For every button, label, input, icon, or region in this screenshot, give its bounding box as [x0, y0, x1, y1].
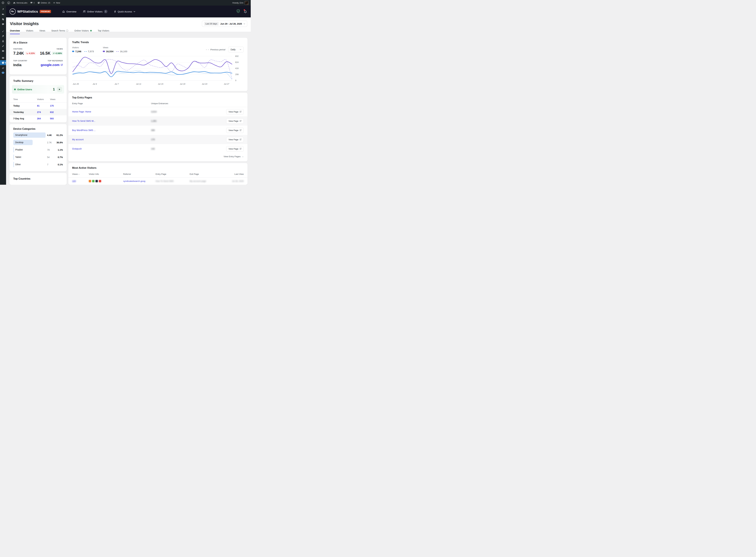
- col-views-sort[interactable]: Views ↓: [72, 173, 89, 175]
- col-visitor-info: Visitor Info: [89, 173, 123, 175]
- sidebar-item-plugins[interactable]: [0, 34, 6, 38]
- 7day-visitors-link[interactable]: 264: [37, 117, 50, 120]
- external-link-icon: [240, 120, 242, 122]
- comments-indicator[interactable]: 0: [30, 2, 34, 4]
- user-icon: [2, 40, 4, 42]
- blue-dashed-swatch: [84, 51, 87, 52]
- sidebar-item-wp-statistics[interactable]: [0, 60, 6, 65]
- pushpin-icon: [2, 8, 4, 11]
- wps-brand[interactable]: WPStatistics PREMIUM: [9, 8, 51, 14]
- nav-overview[interactable]: Overview: [62, 10, 77, 13]
- view-entry-pages-link[interactable]: View Entry Pages →: [224, 155, 244, 158]
- online-users-row: Online Users 1: [12, 85, 64, 94]
- country-flag-icon: [89, 180, 91, 182]
- device-row-smartphone[interactable]: Smartphone 4.4K 61.2%: [13, 133, 63, 138]
- avatar[interactable]: [245, 1, 249, 5]
- device-row-tablet[interactable]: Tablet 54 0.7%: [13, 154, 63, 160]
- notifications-bell-icon[interactable]: [244, 9, 247, 13]
- views-value: 16.5K: [40, 51, 51, 56]
- tab-visitors[interactable]: Visitors: [26, 29, 33, 34]
- date-range-picker[interactable]: Last 30 days Jun 29 - Jul 28, 2025: [202, 21, 247, 27]
- nav-online-visitors[interactable]: Online Visitors 1: [83, 10, 108, 13]
- sidebar-item-settings[interactable]: [0, 49, 6, 53]
- wordpress-logo-icon[interactable]: [7, 1, 10, 4]
- legend-views-current[interactable]: 16,534: [103, 50, 113, 53]
- sidebar-item-mail[interactable]: [0, 55, 6, 60]
- today-visitors-link[interactable]: 81: [37, 105, 50, 107]
- dashed-line-glyph: - -: [206, 49, 209, 51]
- entry-page-link[interactable]: My account: [72, 138, 151, 141]
- view-page-button[interactable]: View Page: [226, 109, 244, 114]
- entrances-value-blurred: 3,014: [151, 110, 226, 113]
- device-row-other[interactable]: Other 7 0.1%: [13, 162, 63, 167]
- view-page-button[interactable]: View Page: [226, 137, 244, 142]
- nav-quick-access[interactable]: Quick Access: [114, 10, 135, 13]
- license-shield-icon[interactable]: [236, 9, 240, 14]
- legend-visitors-current[interactable]: 7,246: [72, 50, 81, 53]
- tab-overview[interactable]: Overview: [10, 29, 20, 34]
- visitors-change-badge: ↘ -4.32%: [25, 52, 36, 55]
- entry-page-link[interactable]: Home Page: Home: [72, 110, 151, 113]
- svg-text:Jun 29: Jun 29: [73, 83, 79, 85]
- tab-search-terms[interactable]: Search Termsi: [51, 29, 68, 34]
- wp-statistics-dashboard: VeronaLabs 0 Online: 15 New Howdy, Erin: [0, 0, 251, 185]
- settings-box-icon: [2, 50, 4, 52]
- entry-page-link[interactable]: Buy WordPress SMS ...: [72, 129, 151, 131]
- entry-page-link[interactable]: How To Send SMS W...: [72, 120, 151, 122]
- date-range-chip: Last 30 days: [204, 22, 219, 26]
- top-entry-pages-card: Top Entry Pages Entry Page Unique Entran…: [68, 93, 248, 162]
- sidebar-item-video[interactable]: [0, 70, 6, 75]
- svg-text:208: 208: [235, 74, 239, 76]
- home-icon: [13, 2, 16, 4]
- traffic-trends-chart[interactable]: 8326244162080Jun 29Jul 3Jul 7Jul 11Jul 1…: [72, 55, 244, 87]
- top-country-label: TOP COUNTRY: [13, 60, 38, 62]
- yesterday-visitors-link[interactable]: 274: [37, 111, 50, 113]
- sidebar-item-tools[interactable]: [0, 43, 6, 49]
- palette-icon[interactable]: [2, 1, 4, 4]
- online-visitors-indicator[interactable]: Online: 15: [37, 2, 50, 4]
- tab-online-visitors[interactable]: Online Visitors: [74, 29, 92, 34]
- yesterday-views-link[interactable]: 632: [50, 111, 63, 113]
- active-flyout-arrow: [5, 62, 6, 64]
- device-row-desktop[interactable]: Desktop 2.7K 36.8%: [13, 140, 63, 145]
- external-link-icon: [240, 148, 242, 150]
- top-entry-pages-title: Top Entry Pages: [68, 96, 248, 99]
- lightning-icon: [114, 10, 116, 13]
- howdy-user[interactable]: Howdy, Erin: [232, 2, 243, 4]
- view-page-button[interactable]: View Page: [226, 118, 244, 124]
- dashboard-content: At a Glance VISITORS 7.24K ↘ -4.32% VIEW…: [6, 32, 251, 185]
- pages-icon: [2, 18, 4, 21]
- sidebar-item-posts[interactable]: [0, 7, 6, 12]
- online-users-play-button[interactable]: [57, 87, 62, 92]
- new-content-button[interactable]: New: [53, 2, 60, 4]
- device-row-phablet[interactable]: Phablet 79 1.1%: [13, 147, 63, 152]
- device-icon: [95, 180, 98, 182]
- site-name-link[interactable]: VeronaLabs: [13, 2, 27, 4]
- sidebar-item-media[interactable]: [0, 12, 6, 17]
- visitor-info-icons[interactable]: [89, 180, 123, 182]
- external-link-icon: [240, 129, 242, 131]
- premium-badge: PREMIUM: [40, 10, 51, 13]
- external-link-icon: [240, 111, 242, 113]
- comment-icon: [30, 2, 33, 4]
- entrances-value-blurred: 142: [151, 147, 226, 150]
- sidebar-item-users[interactable]: [0, 38, 6, 43]
- tab-top-visitors[interactable]: Top Visitors: [98, 29, 109, 34]
- envelope-icon: [2, 57, 4, 59]
- sidebar-item-appearance[interactable]: [0, 29, 6, 34]
- entry-page-link[interactable]: Octopush: [72, 147, 151, 150]
- view-page-button[interactable]: View Page: [226, 146, 244, 151]
- granularity-dropdown[interactable]: Daily: [228, 47, 244, 52]
- sidebar-item-analytics[interactable]: [0, 65, 6, 70]
- tab-views[interactable]: Views: [39, 29, 45, 34]
- top-referrer-link[interactable]: google.com: [38, 63, 63, 67]
- view-page-button[interactable]: View Page: [226, 128, 244, 133]
- legend-visitors-previous[interactable]: 7,573: [84, 50, 94, 53]
- sidebar-item-pages[interactable]: [0, 17, 6, 22]
- top-country-value: India: [13, 63, 38, 67]
- referrer-link[interactable]: syndicatedsearch.goog: [123, 180, 156, 182]
- today-views-link[interactable]: 175: [50, 105, 63, 107]
- 7day-views-link[interactable]: 593: [50, 117, 63, 120]
- sidebar-item-comments[interactable]: [0, 22, 6, 27]
- legend-views-previous[interactable]: 16,103: [116, 50, 127, 53]
